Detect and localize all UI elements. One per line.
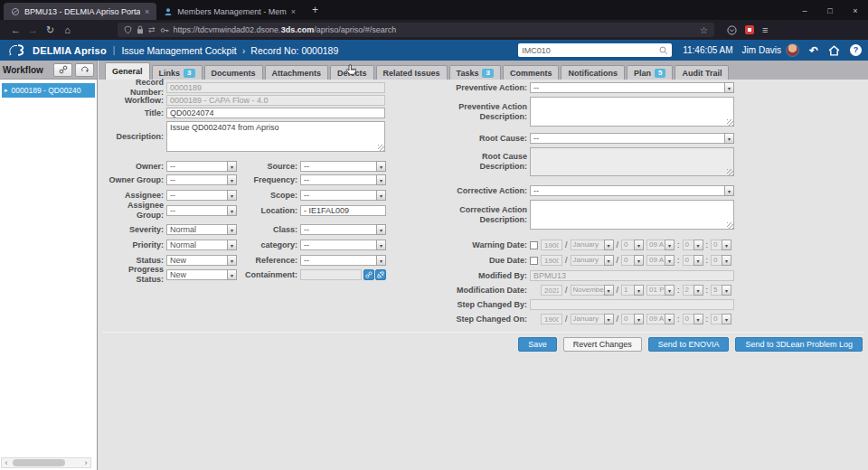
extension-icon[interactable] [745,25,754,34]
owner-group-select[interactable]: --▾ [166,174,237,185]
forward-icon[interactable]: → [24,24,42,35]
corrective-action-row: Corrective Action: --▾ [433,185,734,196]
frequency-select[interactable]: --▾ [300,174,386,185]
hamburger-menu-icon[interactable]: ≡ [762,24,768,35]
containment-link-button[interactable] [363,269,374,280]
close-button[interactable]: × [843,2,868,20]
help-icon[interactable]: ? [850,44,862,56]
tab-notifications[interactable]: Notifications [561,65,625,80]
due-date-minute-select[interactable]: 0▾ [683,255,703,266]
address-bar[interactable]: ⇄ https://tdcvmwindad02.dsone.3ds.com/ap… [118,23,714,37]
corrective-action-description-field[interactable] [530,200,734,230]
search-input[interactable] [522,46,659,55]
reference-select[interactable]: --▾ [300,255,386,266]
warning-date-day-select[interactable]: 0▾ [621,240,644,250]
search-icon[interactable] [659,46,668,55]
category-select[interactable]: --▾ [300,240,386,250]
undo-icon[interactable]: ↶ [809,44,818,57]
save-button[interactable]: Save [518,337,557,352]
warning-date-hour-select[interactable]: 09 A▾ [646,240,675,250]
user-name[interactable]: Jim Davis [742,45,781,55]
warning-date-minute-select[interactable]: 0▾ [683,240,703,250]
new-tab-button[interactable]: + [303,0,327,20]
browser-tab-apriso[interactable]: BPMU13 - DELMIA Apriso Portal × [4,3,156,20]
scope-select[interactable]: --▾ [300,190,386,201]
date-separator: / [617,286,619,295]
record-tabbar: General Links3 Documents Attachments Def… [99,61,868,80]
class-select[interactable]: --▾ [300,224,386,235]
expand-icon[interactable]: ▸ [5,87,8,94]
bookmark-star-icon[interactable]: ☆ [700,25,708,35]
assignee-group-select[interactable]: --▾ [166,205,237,216]
workflow-node-label: 0000189 - QD00240 [12,86,81,95]
revert-changes-button[interactable]: Revert Changes [563,337,642,352]
tab-comments[interactable]: Comments [503,65,560,80]
pocket-icon[interactable] [727,25,737,35]
root-cause-select[interactable]: --▾ [530,133,734,144]
workflow-node-selected[interactable]: ▸ 0000189 - QD00240 [2,83,95,98]
browser-tab-members[interactable]: Members Management - Mem × [156,3,303,20]
tab-close-icon[interactable]: × [145,7,149,16]
scrollbar-thumb[interactable] [13,459,65,466]
chevron-down-icon: ▾ [227,240,237,250]
tab-close-icon[interactable]: × [291,7,296,16]
corrective-action-select[interactable]: --▾ [530,185,734,196]
tab-attachments[interactable]: Attachments [265,65,329,80]
lock-icon[interactable] [137,25,144,34]
progress-status-select[interactable]: New▾ [166,269,237,280]
tab-tasks[interactable]: Tasks3 [449,65,501,80]
modification-date-year [541,285,562,296]
scroll-right-icon[interactable]: › [81,458,90,467]
send-to-3dlean-button[interactable]: Send to 3DLean Problem Log [735,337,863,352]
priority-select[interactable]: Normal▾ [166,240,237,250]
container-swap-icon[interactable]: ⇄ [148,25,156,34]
source-select[interactable]: --▾ [300,161,386,172]
warning-date-year [541,240,562,250]
chevron-down-icon: ▾ [724,133,734,144]
due-date-second-select[interactable]: 0▾ [711,255,731,266]
sidebar-horizontal-scrollbar[interactable]: ‹ › [1,457,91,468]
tab-audit-trail[interactable]: Audit Trail [675,65,729,80]
preventive-action-description-field[interactable] [530,97,734,127]
tab-related-issues[interactable]: Related Issues [376,65,448,80]
title-field[interactable] [166,108,385,118]
chevron-down-icon: ▾ [376,240,386,250]
chevron-down-icon: ▾ [665,240,675,250]
location-field[interactable] [300,205,386,216]
preventive-action-select[interactable]: --▾ [530,82,734,93]
home-icon[interactable] [828,45,840,56]
warning-date-checkbox[interactable] [530,241,538,249]
tab-documents[interactable]: Documents [204,65,263,80]
due-date-month-select[interactable]: January▾ [571,255,614,266]
status-label: Status: [100,256,164,266]
owner-select[interactable]: --▾ [166,161,237,172]
app-title[interactable]: Issue Management Cockpit [121,45,236,56]
reload-icon[interactable]: ↻ [42,24,59,36]
description-field[interactable]: Issue QD0024074 from Apriso [166,121,385,152]
step-changed-by-row: Step Changed By: [433,299,734,310]
browser-home-icon[interactable]: ⌂ [59,24,76,35]
severity-select[interactable]: Normal▾ [166,224,237,235]
tab-plan[interactable]: Plan5 [627,65,673,80]
containment-unlink-button[interactable] [375,269,386,280]
warning-date-second-select[interactable]: 0▾ [711,240,731,250]
assignee-select[interactable]: --▾ [166,190,237,201]
chevron-down-icon: ▾ [634,255,644,266]
browser-tab-title: BPMU13 - DELMIA Apriso Portal [24,7,140,16]
warning-date-month-select[interactable]: January▾ [571,240,614,250]
due-date-checkbox[interactable] [530,257,538,265]
send-to-enovia-button[interactable]: Send to ENOVIA [648,337,730,352]
shield-icon[interactable] [124,25,132,34]
user-avatar[interactable] [786,43,799,57]
minimize-button[interactable]: – [792,2,817,20]
due-date-day-select[interactable]: 0▾ [621,255,644,266]
form-footer-divider [102,332,864,333]
workflow-link-button[interactable] [53,63,72,77]
maximize-button[interactable]: □ [817,2,843,20]
workflow-refresh-button[interactable] [75,63,94,77]
scroll-left-icon[interactable]: ‹ [2,458,11,467]
status-select[interactable]: New▾ [166,255,237,266]
back-icon[interactable]: ← [7,24,24,35]
due-date-hour-select[interactable]: 09 A▾ [646,255,675,266]
key-icon[interactable] [160,26,169,34]
